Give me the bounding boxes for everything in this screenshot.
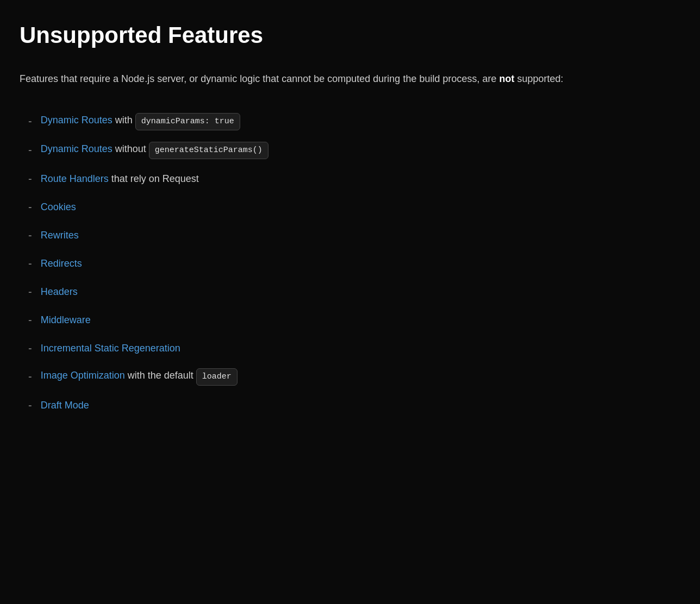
feature-list: - Dynamic Routes with dynamicParams: tru…: [20, 107, 680, 419]
list-item: - Dynamic Routes without generateStaticP…: [20, 136, 680, 165]
redirects-link[interactable]: Redirects: [41, 258, 82, 269]
page-description: Features that require a Node.js server, …: [20, 71, 680, 87]
list-item-content: Route Handlers that rely on Request: [41, 171, 199, 187]
list-item: - Rewrites: [20, 221, 680, 249]
list-item-content: Middleware: [41, 312, 91, 328]
list-item: - Dynamic Routes with dynamicParams: tru…: [20, 107, 680, 136]
middleware-link[interactable]: Middleware: [41, 314, 91, 325]
list-dash: -: [20, 112, 32, 130]
list-item: - Route Handlers that rely on Request: [20, 165, 680, 193]
list-item-content: Image Optimization with the default load…: [41, 368, 238, 386]
list-item-content: Cookies: [41, 199, 76, 215]
list-item-content: Rewrites: [41, 228, 79, 243]
list-dash: -: [20, 226, 32, 244]
list-item-content: Redirects: [41, 256, 82, 272]
description-bold: not: [499, 73, 514, 84]
list-item-text: that rely on Request: [111, 173, 199, 184]
generate-static-params-code: generateStaticParams(): [149, 142, 268, 159]
list-dash: -: [20, 255, 32, 272]
cookies-link[interactable]: Cookies: [41, 202, 76, 212]
description-text-1: Features that require a Node.js server, …: [20, 73, 499, 84]
headers-link[interactable]: Headers: [41, 286, 78, 297]
list-dash: -: [20, 368, 32, 385]
list-item: - Incremental Static Regeneration: [20, 334, 680, 362]
list-dash: -: [20, 283, 32, 300]
list-item: - Image Optimization with the default lo…: [20, 362, 680, 391]
isr-link[interactable]: Incremental Static Regeneration: [41, 343, 180, 354]
image-optimization-link[interactable]: Image Optimization: [41, 370, 125, 381]
list-item-content: Incremental Static Regeneration: [41, 341, 180, 356]
description-text-2: supported:: [514, 73, 563, 84]
list-item-text: without: [115, 143, 149, 154]
list-item: - Headers: [20, 278, 680, 306]
rewrites-link[interactable]: Rewrites: [41, 230, 79, 241]
loader-code: loader: [196, 368, 238, 386]
list-item: - Middleware: [20, 306, 680, 334]
draft-mode-link[interactable]: Draft Mode: [41, 400, 89, 411]
list-item-text: with the default: [128, 370, 196, 381]
dynamic-params-code: dynamicParams: true: [135, 113, 240, 130]
list-item: - Cookies: [20, 193, 680, 221]
list-item-text: with: [115, 115, 135, 125]
page-title: Unsupported Features: [20, 22, 680, 49]
list-dash: -: [20, 339, 32, 357]
list-item: - Draft Mode: [20, 391, 680, 419]
list-item: - Redirects: [20, 249, 680, 278]
list-item-content: Dynamic Routes with dynamicParams: true: [41, 112, 240, 130]
list-item-content: Dynamic Routes without generateStaticPar…: [41, 141, 268, 159]
list-item-content: Headers: [41, 284, 78, 300]
list-item-content: Draft Mode: [41, 398, 89, 413]
route-handlers-link[interactable]: Route Handlers: [41, 173, 109, 184]
dynamic-routes-1-link[interactable]: Dynamic Routes: [41, 115, 112, 125]
dynamic-routes-2-link[interactable]: Dynamic Routes: [41, 143, 112, 154]
list-dash: -: [20, 198, 32, 216]
list-dash: -: [20, 170, 32, 187]
list-dash: -: [20, 311, 32, 329]
list-dash: -: [20, 141, 32, 159]
list-dash: -: [20, 397, 32, 414]
